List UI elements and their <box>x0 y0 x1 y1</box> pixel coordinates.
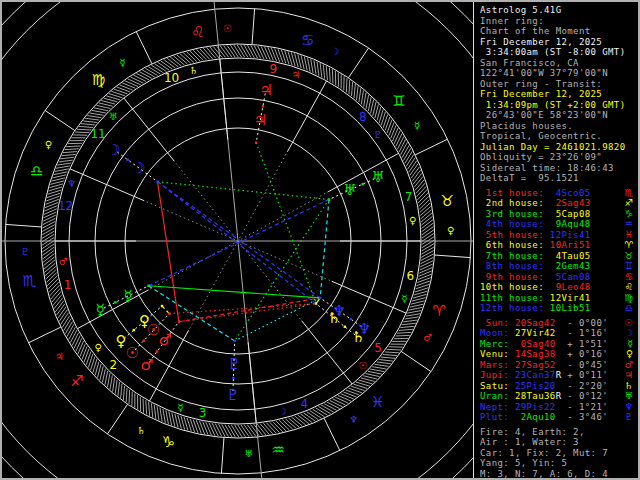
house-row: 9th house: 5Can08♋ <box>480 272 638 283</box>
planet-glyph-icon: ☽ <box>624 328 633 339</box>
house-cusp <box>302 321 353 384</box>
planet-degree-dot <box>161 305 163 307</box>
inner-planet-glyph-icon: ♆ <box>332 302 345 320</box>
planet-glyph-icon: ♇ <box>624 412 633 423</box>
aspect-line <box>149 200 329 286</box>
house-ruler-icon: ☿ <box>401 293 407 304</box>
house-row: 6th house: 10Ari51♈ <box>480 240 638 251</box>
chart-wheel-svg: ♈♂♉♀♊☿♋☽♌☉♍☿♎♀♏♇♐♃♑♄♒♅♓♆1♂2♀3☿4☽5☉6☿7♀8♇… <box>2 2 473 478</box>
house-number: 6 <box>407 269 415 283</box>
house-number: 9 <box>270 62 278 76</box>
header-line-2: Chart of the Moment <box>480 26 638 37</box>
planet-row: Uran: 28Tau36R - 0°12'♅ <box>480 391 638 402</box>
house-ruler-icon: ♀ <box>94 342 101 353</box>
house-row: 7th house: 4Tau05♉ <box>480 251 638 262</box>
wheel-sign-glyph-icon: ♋ <box>301 31 314 49</box>
aspect-line <box>157 182 328 200</box>
aspect-line <box>179 298 320 322</box>
planet-degree-dot <box>114 301 116 303</box>
house-cusp <box>124 98 175 161</box>
planet-degree-dot <box>349 318 351 320</box>
house-cusp <box>328 153 399 192</box>
planet-glyph-icon: ♀ <box>626 349 633 360</box>
summary-line-4: M: 3, N: 7, A: 6, D: 4 <box>480 469 638 480</box>
sign-glyph-icon: ♒ <box>624 219 633 230</box>
aspect-line <box>320 200 329 298</box>
outer-planet-glyph-icon: ♀ <box>115 332 126 350</box>
planet-degree-dot <box>147 285 149 287</box>
wheel-sign-glyph-icon: ♓ <box>371 393 384 411</box>
header-line-11: Placidus houses. <box>480 121 638 132</box>
sign-boundary <box>28 327 60 343</box>
house-ruler-icon: ♄ <box>189 65 198 76</box>
house-number: 11 <box>90 127 105 141</box>
header-line-8: Fri December 12, 2025 <box>480 89 638 100</box>
sign-boundary <box>348 48 368 78</box>
outer-planet-glyph-icon: ☿ <box>96 301 105 319</box>
sign-ruler-icon: ♀ <box>447 225 454 236</box>
header-line-9: 1:34:09pm (ST +2:00 GMT) <box>480 100 638 111</box>
sign-boundary <box>401 351 431 371</box>
header-line-14: Obliquity = 23°26'09" <box>480 152 638 163</box>
planet-glyph-icon: ♅ <box>624 391 633 402</box>
sign-boundary <box>435 255 471 258</box>
wheel-sign-glyph-icon: ♉ <box>440 192 453 210</box>
house-ruler-icon: ♆ <box>67 178 76 189</box>
sign-ruler-icon: ☽ <box>330 46 339 57</box>
planet-glyph-icon: ♃ <box>624 370 633 381</box>
house-ruler-icon: ♂ <box>59 256 68 267</box>
sign-boundary <box>6 224 42 227</box>
chart-wheel-area: ♈♂♉♀♊☿♋☽♌☉♍☿♎♀♏♇♐♃♑♄♒♅♓♆1♂2♀3☿4☽5☉6☿7♀8♇… <box>2 2 473 478</box>
aspect-line <box>235 298 321 341</box>
house-number: 8 <box>359 110 367 124</box>
planet-degree-dot <box>361 183 363 185</box>
aspect-line <box>157 182 320 298</box>
planet-degree-dot <box>156 350 158 352</box>
sign-glyph-icon: ♎ <box>624 303 633 314</box>
sign-glyph-icon: ♌ <box>624 282 633 293</box>
outer-planet-glyph-icon: ☉ <box>125 344 138 362</box>
summary-line-2: Car: 1, Fix: 2, Mut: 7 <box>480 448 638 459</box>
sign-glyph-icon: ♈ <box>624 240 633 251</box>
wheel-sign-glyph-icon: ♌ <box>191 23 204 41</box>
outer-planet-glyph-icon: ♆ <box>358 320 371 338</box>
header-line-5: San Francisco, CA <box>480 58 638 69</box>
header-line-0: Astrolog 5.41G <box>480 5 638 16</box>
sign-boundary <box>415 139 447 155</box>
planet-row: Nept: 29Pis22 - 1°21'♆ <box>480 402 638 413</box>
wheel-sign-glyph-icon: ♊ <box>392 92 405 110</box>
sign-boundary <box>107 404 127 434</box>
wheel-sign-glyph-icon: ♏ <box>22 272 36 290</box>
planet-row: Jupi: 23Can37R + 0°11'♃ <box>480 370 638 381</box>
panel-divider <box>473 2 474 478</box>
house-row: 1st house: 4Sco05♏ <box>480 188 638 199</box>
planet-degree-dot <box>168 312 170 314</box>
planet-row: Venu: 14Sag38 + 0°16'♀ <box>480 349 638 360</box>
planet-degree-dot <box>319 297 321 299</box>
sign-glyph-icon: ♐ <box>624 198 633 209</box>
planet-table: Sun: 20Sag42 - 0°00'☉Moon: 27Vir42 - 1°1… <box>480 318 638 423</box>
sign-boundary <box>45 110 75 130</box>
aspect-line <box>256 143 316 304</box>
planet-degree-dot <box>233 340 235 342</box>
outer-planet-glyph-icon: ♃ <box>259 81 272 99</box>
planet-degree-dot <box>232 377 234 379</box>
sign-boundary <box>324 418 340 450</box>
wheel-sign-glyph-icon: ♍ <box>92 71 105 89</box>
house-ruler-icon: ♇ <box>373 129 382 140</box>
planet-row: Sun: 20Sag42 - 0°00'☉ <box>480 318 638 329</box>
house-ruler-icon: ♃ <box>291 69 300 80</box>
house-row: 12th house: 10Lib51♎ <box>480 303 638 314</box>
outer-planet-glyph-icon: ♂ <box>140 356 153 374</box>
planet-degree-dot <box>315 302 317 304</box>
header-line-4: 3:34:00am (ST -8:00 GMT) <box>480 47 638 58</box>
header-line-12: Tropical, Geocentric. <box>480 131 638 142</box>
outer-planet-glyph-icon: ♅ <box>371 168 384 186</box>
planet-degree-dot <box>127 159 129 161</box>
sign-ruler-icon: ♂ <box>423 332 432 343</box>
summary-line-3: Yang: 5, Yin: 5 <box>480 458 638 469</box>
planet-row: Moon: 27Vir42 - 1°16'☽ <box>480 328 638 339</box>
house-ruler-icon: ♅ <box>109 111 118 122</box>
header-line-1: Inner ring: <box>480 16 638 27</box>
planet-row: Plut: 2Aqu10 - 3°46'♇ <box>480 412 638 423</box>
